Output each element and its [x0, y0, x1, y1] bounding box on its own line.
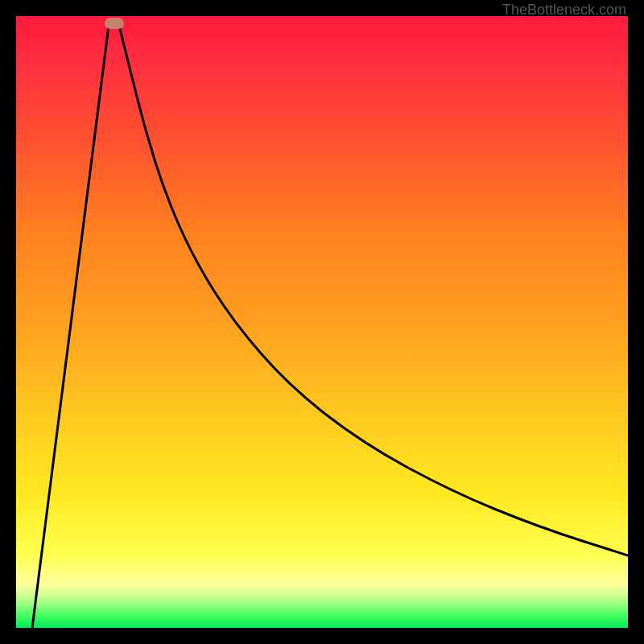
- minimum-marker: [105, 18, 124, 29]
- bottleneck-curve: [16, 16, 628, 628]
- plot-area: [16, 16, 628, 628]
- chart-container: TheBottleneck.com: [0, 0, 644, 644]
- watermark-text: TheBottleneck.com: [502, 2, 626, 19]
